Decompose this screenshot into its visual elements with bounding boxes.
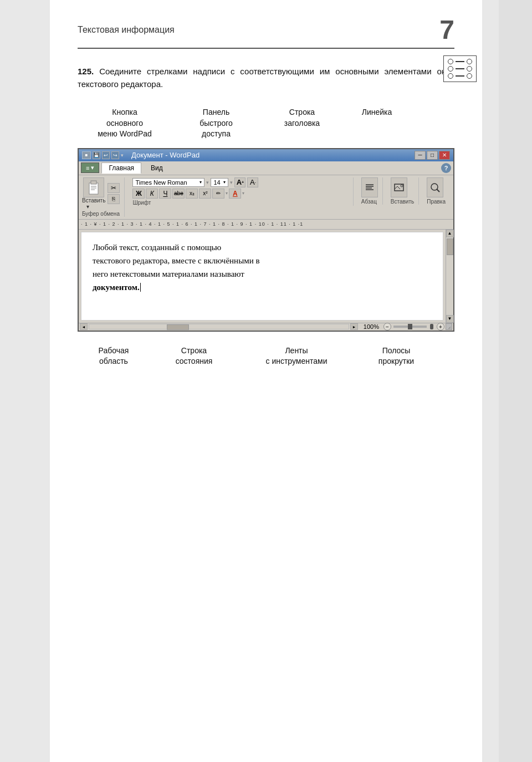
page: Текстовая информация 7 125. Соедините ст… xyxy=(50,0,482,762)
win-controls: ─ □ ✕ xyxy=(415,151,450,160)
strikethrough-button[interactable]: abe xyxy=(172,189,185,199)
font-color-button[interactable]: A xyxy=(229,189,241,199)
font-size-arrow: ▾ xyxy=(223,180,226,185)
minimize-button[interactable]: ─ xyxy=(415,151,426,160)
underline-button[interactable]: Ч xyxy=(159,189,171,199)
document-area[interactable]: Любой текст, созданный с помощью текстов… xyxy=(81,232,443,321)
subscript-button[interactable]: x₂ xyxy=(186,189,198,199)
label-knopka: Кнопкаосновногоменю WordPad xyxy=(78,107,172,140)
label-stroka-sost: Строкасостояния xyxy=(150,346,238,367)
svg-point-12 xyxy=(401,185,403,187)
circle-icon-3 xyxy=(448,73,453,79)
circle-icon-r2 xyxy=(467,66,472,72)
scroll-h-thumb[interactable] xyxy=(167,324,189,330)
main-menu-button[interactable]: ≡ ▾ xyxy=(81,162,99,173)
slider-handle-icon xyxy=(429,324,434,329)
undo-sym: ↩ xyxy=(104,153,108,158)
icon-row-1 xyxy=(448,59,472,64)
redo-icon[interactable]: ↪ xyxy=(111,151,119,159)
font-size-value: 14 xyxy=(213,179,220,186)
horizontal-scrollbar[interactable]: ◄ ► 100% − + xyxy=(79,323,453,331)
insert-controls xyxy=(391,177,414,197)
close-button[interactable]: ✕ xyxy=(439,151,450,160)
tab-glavnaya[interactable]: Главная xyxy=(101,162,141,174)
zoom-in-button[interactable]: + xyxy=(437,323,444,331)
find-controls xyxy=(427,177,446,197)
cut-copy-area: ✂ ⎘ xyxy=(108,183,120,204)
scroll-right-button[interactable]: ► xyxy=(350,323,358,330)
paragraph-group: Абзац xyxy=(357,177,383,205)
ribbon: Вставить ▾ ✂ ⎘ Буфер обмена xyxy=(79,175,453,220)
font-name-row: Times New Roman ▾ ▾ 14 ▾ ▾ A+ A- xyxy=(132,177,348,187)
maximize-button[interactable]: □ xyxy=(427,151,438,160)
undo-icon[interactable]: ↩ xyxy=(102,151,110,159)
font-shrink-button[interactable]: A- xyxy=(247,177,258,187)
abzac-label: Абзац xyxy=(361,199,378,205)
wordpad-window: ■ 💾 ↩ ↪ ▾ Документ - WordPad ─ xyxy=(78,148,454,332)
find-button[interactable] xyxy=(427,177,443,197)
icon-box xyxy=(443,55,477,82)
title-left: ■ 💾 ↩ ↪ ▾ Документ - WordPad xyxy=(82,151,200,159)
align-icon xyxy=(365,182,375,192)
line-icon-2 xyxy=(456,68,464,69)
buffer-label: Буфер обмена xyxy=(82,211,120,217)
font-sep2: ▾ xyxy=(230,180,233,185)
label-lenty: Лентыс инструментами xyxy=(238,346,355,367)
find-group: Правка xyxy=(422,177,450,205)
font-grow-button[interactable]: A+ xyxy=(234,177,245,187)
scroll-down-button[interactable]: ▼ xyxy=(446,315,454,323)
insert-group: Вставить xyxy=(386,177,419,205)
buffer-controls: Вставить ▾ ✂ ⎘ xyxy=(82,177,120,210)
doc-line-4: документом. xyxy=(93,281,432,294)
paste-button[interactable] xyxy=(83,177,104,197)
wp-app-icon: ■ xyxy=(82,151,91,159)
save-icon-sym: 💾 xyxy=(94,153,99,158)
resize-grip[interactable] xyxy=(446,323,452,330)
circle-icon-1 xyxy=(448,59,453,64)
pravka-label: Правка xyxy=(427,199,446,205)
header-title: Текстовая информация xyxy=(78,25,175,35)
para-align-button[interactable] xyxy=(361,177,378,197)
bold-button[interactable]: Ж xyxy=(132,189,145,199)
document-wrapper: Любой текст, созданный с помощью текстов… xyxy=(79,230,453,323)
cut-button[interactable]: ✂ xyxy=(108,183,120,193)
font-name-select[interactable]: Times New Roman ▾ xyxy=(132,178,204,187)
svg-line-11 xyxy=(397,186,400,189)
line-icon-1 xyxy=(456,61,464,62)
svg-rect-0 xyxy=(89,183,98,194)
ribbon-tabs-bar: ≡ ▾ Главная Вид ? xyxy=(79,161,453,175)
help-button[interactable]: ? xyxy=(441,163,451,173)
format-row: Ж К Ч abe x₂ x² ✏ ▾ A ▾ xyxy=(132,189,348,199)
label-rabochaya: Рабочаяобласть xyxy=(78,346,150,367)
zoom-slider-handle[interactable] xyxy=(429,324,434,329)
quick-divider: ▾ xyxy=(121,153,124,158)
resize-grip-icon xyxy=(446,324,452,330)
menu-lines: ≡ xyxy=(86,165,89,171)
paste-label: Вставить ▾ xyxy=(82,197,105,210)
scroll-left-button[interactable]: ◄ xyxy=(80,323,88,330)
doc-bold-text: документом. xyxy=(93,283,140,292)
insert-pic-button[interactable] xyxy=(391,177,407,197)
svg-rect-15 xyxy=(430,324,433,329)
tab-vid[interactable]: Вид xyxy=(144,162,170,174)
font-group-label: Шрифт xyxy=(132,200,348,206)
task-125: 125. Соедините стрелками надписи с соотв… xyxy=(78,65,454,90)
ruler-content: · 1 · ¥ · 1 · 2 · 1 · 3 · 1 · 4 · 1 · 5 … xyxy=(81,221,303,227)
save-icon[interactable]: 💾 xyxy=(93,151,100,159)
scroll-thumb[interactable] xyxy=(447,238,453,255)
svg-line-14 xyxy=(437,189,439,192)
highlight-sep: ▾ xyxy=(226,191,228,196)
highlight-button[interactable]: ✏ xyxy=(212,189,224,199)
insert-icon xyxy=(393,182,405,193)
scroll-up-button[interactable]: ▲ xyxy=(446,230,454,237)
zoom-out-button[interactable]: − xyxy=(383,323,391,331)
font-size-select[interactable]: 14 ▾ xyxy=(211,178,228,187)
label-stroka-zag: Строказаголовка xyxy=(260,107,344,140)
italic-button[interactable]: К xyxy=(146,189,158,199)
window-title: Документ - WordPad xyxy=(131,151,200,159)
copy-button[interactable]: ⎘ xyxy=(108,194,120,204)
superscript-button[interactable]: x² xyxy=(199,189,211,199)
doc-line-1: Любой текст, созданный с помощью xyxy=(93,241,432,254)
vertical-scrollbar[interactable]: ▲ ▼ xyxy=(446,230,453,323)
label-polosy: Полосыпрокрутки xyxy=(355,346,438,367)
